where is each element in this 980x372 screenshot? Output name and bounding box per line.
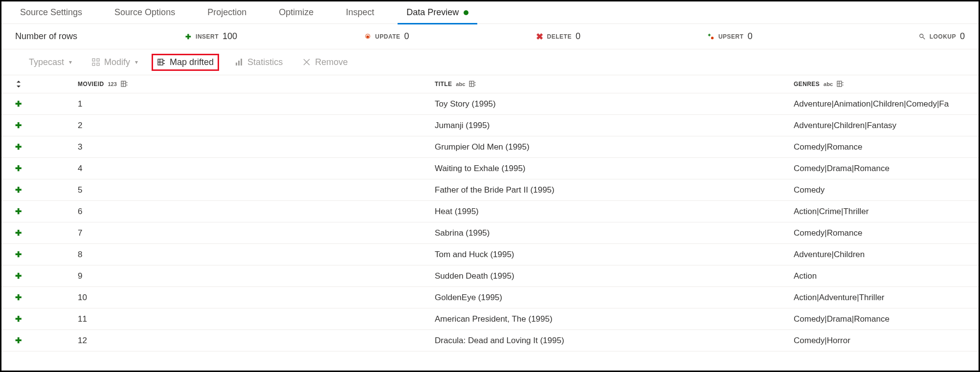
gear-icon bbox=[364, 33, 371, 40]
table-row[interactable]: ✚4Waiting to Exhale (1995)Comedy|Drama|R… bbox=[1, 158, 979, 179]
stats-row: Number of rows ✚ INSERT 100 UPDATE 0 ✖ D… bbox=[1, 24, 979, 49]
statistics-button[interactable]: Statistics bbox=[231, 55, 287, 69]
svg-rect-11 bbox=[241, 59, 242, 66]
cell-title: Tom and Huck (1995) bbox=[435, 250, 794, 260]
svg-rect-6 bbox=[92, 63, 95, 66]
grid-header: MOVIEID 123 TITLE abc GENRES abc bbox=[1, 75, 979, 93]
stat-insert: ✚ INSERT 100 bbox=[185, 31, 237, 42]
cell-title: American President, The (1995) bbox=[435, 314, 794, 324]
table-row[interactable]: ✚8Tom and Huck (1995)Adventure|Children bbox=[1, 244, 979, 265]
row-insert-icon: ✚ bbox=[15, 228, 78, 238]
cell-title: Waiting to Exhale (1995) bbox=[435, 164, 794, 174]
table-row[interactable]: ✚9Sudden Death (1995)Action bbox=[1, 265, 979, 287]
upsert-icon bbox=[708, 33, 714, 40]
type-number-badge: 123 bbox=[108, 81, 116, 87]
remove-button[interactable]: Remove bbox=[298, 55, 352, 69]
svg-point-0 bbox=[366, 35, 369, 38]
table-row[interactable]: ✚5Father of the Bride Part II (1995)Come… bbox=[1, 179, 979, 201]
tabs-bar: Source Settings Source Options Projectio… bbox=[1, 1, 979, 24]
cell-title: Toy Story (1995) bbox=[435, 99, 794, 109]
chevron-down-icon: ▾ bbox=[135, 59, 138, 66]
table-row[interactable]: ✚6Heat (1995)Action|Crime|Thriller bbox=[1, 201, 979, 222]
svg-rect-5 bbox=[97, 59, 99, 61]
svg-rect-7 bbox=[97, 63, 99, 66]
cell-genres: Comedy|Romance bbox=[794, 228, 965, 238]
cell-movieid: 12 bbox=[78, 336, 435, 346]
statistics-icon bbox=[235, 58, 244, 66]
svg-rect-4 bbox=[92, 59, 95, 61]
search-icon bbox=[919, 33, 926, 40]
drift-icon bbox=[121, 80, 129, 88]
cell-movieid: 6 bbox=[78, 207, 435, 217]
stat-delete: ✖ DELETE 0 bbox=[536, 31, 580, 42]
svg-rect-9 bbox=[236, 63, 237, 66]
tab-inspect[interactable]: Inspect bbox=[337, 1, 383, 24]
col-header-genres[interactable]: GENRES abc bbox=[794, 80, 965, 88]
tab-source-settings[interactable]: Source Settings bbox=[11, 1, 91, 24]
row-insert-icon: ✚ bbox=[15, 164, 78, 173]
sort-icon[interactable] bbox=[15, 81, 22, 88]
tab-projection[interactable]: Projection bbox=[199, 1, 255, 24]
table-row[interactable]: ✚7Sabrina (1995)Comedy|Romance bbox=[1, 222, 979, 244]
row-insert-icon: ✚ bbox=[15, 336, 78, 345]
tab-optimize[interactable]: Optimize bbox=[270, 1, 322, 24]
cell-title: Sudden Death (1995) bbox=[435, 271, 794, 281]
cell-movieid: 3 bbox=[78, 142, 435, 152]
cell-movieid: 1 bbox=[78, 99, 435, 109]
cell-title: Heat (1995) bbox=[435, 207, 794, 217]
cell-genres: Comedy|Drama|Romance bbox=[794, 314, 965, 324]
table-row[interactable]: ✚12Dracula: Dead and Loving It (1995)Com… bbox=[1, 330, 979, 351]
cell-title: Jumanji (1995) bbox=[435, 121, 794, 131]
table-row[interactable]: ✚11American President, The (1995)Comedy|… bbox=[1, 308, 979, 330]
remove-icon bbox=[302, 58, 311, 66]
type-string-badge: abc bbox=[824, 81, 833, 87]
plus-icon: ✚ bbox=[185, 33, 192, 40]
row-insert-icon: ✚ bbox=[15, 185, 78, 195]
col-header-title[interactable]: TITLE abc bbox=[435, 80, 794, 88]
cell-movieid: 2 bbox=[78, 121, 435, 131]
cell-genres: Comedy|Horror bbox=[794, 336, 965, 346]
cell-genres: Adventure|Animation|Children|Comedy|Fa bbox=[794, 99, 965, 109]
cell-movieid: 7 bbox=[78, 228, 435, 238]
col-header-movieid[interactable]: MOVIEID 123 bbox=[78, 80, 435, 88]
map-drifted-button[interactable]: Map drifted bbox=[152, 54, 219, 71]
cell-genres: Comedy bbox=[794, 185, 965, 195]
cell-title: GoldenEye (1995) bbox=[435, 293, 794, 303]
drift-icon bbox=[469, 80, 477, 88]
drift-icon bbox=[837, 80, 845, 88]
row-count-label: Number of rows bbox=[15, 31, 77, 42]
stat-upsert: UPSERT 0 bbox=[708, 31, 753, 42]
chevron-down-icon: ▾ bbox=[69, 59, 72, 66]
cell-title: Grumpier Old Men (1995) bbox=[435, 142, 794, 152]
table-row[interactable]: ✚3Grumpier Old Men (1995)Comedy|Romance bbox=[1, 136, 979, 158]
cell-genres: Action bbox=[794, 271, 965, 281]
cell-title: Sabrina (1995) bbox=[435, 228, 794, 238]
row-insert-icon: ✚ bbox=[15, 314, 78, 324]
cell-genres: Comedy|Romance bbox=[794, 142, 965, 152]
x-icon: ✖ bbox=[536, 33, 543, 40]
cell-movieid: 11 bbox=[78, 314, 435, 324]
tab-data-preview[interactable]: Data Preview bbox=[398, 1, 477, 24]
stat-lookup: LOOKUP 0 bbox=[919, 31, 965, 42]
row-insert-icon: ✚ bbox=[15, 271, 78, 281]
modify-button[interactable]: Modify▾ bbox=[88, 55, 142, 69]
cell-title: Father of the Bride Part II (1995) bbox=[435, 185, 794, 195]
cell-title: Dracula: Dead and Loving It (1995) bbox=[435, 336, 794, 346]
cell-genres: Adventure|Children bbox=[794, 250, 965, 260]
row-insert-icon: ✚ bbox=[15, 293, 78, 302]
cell-movieid: 4 bbox=[78, 164, 435, 174]
table-row[interactable]: ✚1Toy Story (1995)Adventure|Animation|Ch… bbox=[1, 93, 979, 115]
svg-line-3 bbox=[923, 37, 925, 39]
svg-point-2 bbox=[919, 34, 923, 37]
cell-movieid: 8 bbox=[78, 250, 435, 260]
tab-source-options[interactable]: Source Options bbox=[106, 1, 184, 24]
status-dot-icon bbox=[464, 10, 468, 15]
cell-movieid: 10 bbox=[78, 293, 435, 303]
typecast-button[interactable]: Typecast▾ bbox=[25, 55, 76, 69]
cell-movieid: 5 bbox=[78, 185, 435, 195]
cell-genres: Adventure|Children|Fantasy bbox=[794, 121, 965, 131]
row-insert-icon: ✚ bbox=[15, 207, 78, 216]
svg-point-1 bbox=[711, 37, 713, 39]
table-row[interactable]: ✚2Jumanji (1995)Adventure|Children|Fanta… bbox=[1, 115, 979, 136]
table-row[interactable]: ✚10GoldenEye (1995)Action|Adventure|Thri… bbox=[1, 287, 979, 308]
